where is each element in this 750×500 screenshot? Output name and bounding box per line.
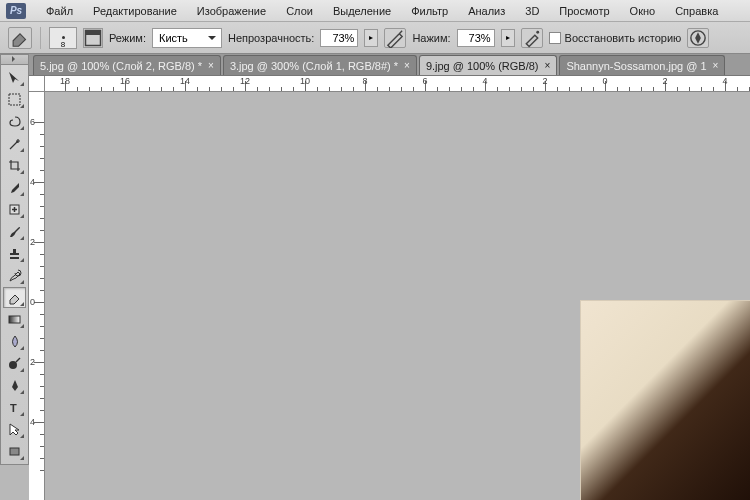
flow-input[interactable]: 73% xyxy=(457,29,495,47)
ruler-tick-label: 12 xyxy=(240,76,250,86)
svg-point-2 xyxy=(536,30,539,33)
ruler-tick-label: 8 xyxy=(362,76,367,86)
brush-panel-toggle[interactable] xyxy=(83,28,103,48)
opacity-pressure-toggle[interactable] xyxy=(384,28,406,48)
tool-marquee[interactable] xyxy=(3,89,26,110)
history-checkbox[interactable] xyxy=(549,32,561,44)
menu-select[interactable]: Выделение xyxy=(323,2,401,20)
ruler-horizontal[interactable]: 18161412108642024 xyxy=(45,76,750,92)
ruler-tick-label: 2 xyxy=(30,357,35,367)
ruler-tick-label: 6 xyxy=(30,117,35,127)
mode-select[interactable]: Кисть xyxy=(152,28,222,48)
mode-label: Режим: xyxy=(109,32,146,44)
tool-brush[interactable] xyxy=(3,221,26,242)
ruler-tick-label: 0 xyxy=(30,297,35,307)
app-logo: Ps xyxy=(6,3,26,19)
opacity-input[interactable]: 73% xyxy=(320,29,358,47)
pen-pressure-icon xyxy=(385,28,405,48)
menubar: Ps Файл Редактирование Изображение Слои … xyxy=(0,0,750,22)
menu-3d[interactable]: 3D xyxy=(515,2,549,20)
ruler-tick-label: 18 xyxy=(60,76,70,86)
close-icon[interactable]: × xyxy=(404,60,410,71)
document-tab[interactable]: Shannyn-Sossamon.jpg @ 1× xyxy=(559,55,725,75)
svg-rect-9 xyxy=(10,448,19,455)
tool-path-select[interactable] xyxy=(3,419,26,440)
airbrush-icon xyxy=(522,28,542,48)
airbrush-toggle[interactable] xyxy=(521,28,543,48)
menu-help[interactable]: Справка xyxy=(665,2,728,20)
menu-analysis[interactable]: Анализ xyxy=(458,2,515,20)
brush-size-label: 8 xyxy=(61,40,65,49)
history-checkbox-wrap[interactable]: Восстановить историю xyxy=(549,32,682,44)
menu-view[interactable]: Просмотр xyxy=(549,2,619,20)
close-icon[interactable]: × xyxy=(545,60,551,71)
ruler-tick-label: 6 xyxy=(422,76,427,86)
svg-rect-4 xyxy=(9,94,20,105)
tool-healing[interactable] xyxy=(3,199,26,220)
flow-flyout[interactable]: ▸ xyxy=(501,29,515,47)
ruler-tick-label: 2 xyxy=(30,237,35,247)
tools-panel: T xyxy=(0,64,29,465)
canvas-area: 5.jpg @ 100% (Слой 2, RGB/8) *×3.jpg @ 3… xyxy=(29,54,750,500)
document-tab[interactable]: 5.jpg @ 100% (Слой 2, RGB/8) *× xyxy=(33,55,221,75)
ruler-tick-label: 2 xyxy=(542,76,547,86)
ruler-tick-label: 16 xyxy=(120,76,130,86)
ruler-tick-label: 4 xyxy=(30,417,35,427)
ruler-vertical[interactable]: 642024 xyxy=(29,92,45,500)
tab-label: 3.jpg @ 300% (Слой 1, RGB/8#) * xyxy=(230,60,398,72)
size-pressure-toggle[interactable] xyxy=(687,28,709,48)
document-tab[interactable]: 9.jpg @ 100% (RGB/8)× xyxy=(419,55,558,75)
menu-edit[interactable]: Редактирование xyxy=(83,2,187,20)
tool-lasso[interactable] xyxy=(3,111,26,132)
ruler-tick-label: 10 xyxy=(300,76,310,86)
options-bar: 8 Режим: Кисть Непрозрачность: 73% ▸ Наж… xyxy=(0,22,750,54)
tool-eraser[interactable] xyxy=(3,287,26,308)
ruler-origin[interactable] xyxy=(29,76,45,92)
close-icon[interactable]: × xyxy=(208,60,214,71)
tool-crop[interactable] xyxy=(3,155,26,176)
opacity-flyout[interactable]: ▸ xyxy=(364,29,378,47)
tool-rectangle[interactable] xyxy=(3,441,26,462)
svg-rect-6 xyxy=(9,316,20,323)
tool-blur[interactable] xyxy=(3,331,26,352)
eraser-icon xyxy=(9,27,31,49)
document-tab[interactable]: 3.jpg @ 300% (Слой 1, RGB/8#) *× xyxy=(223,55,417,75)
brush-preset-picker[interactable]: 8 xyxy=(49,27,77,49)
canvas[interactable] xyxy=(45,92,750,500)
workspace: T 5.jpg @ 100% (Слой 2, RGB/8) *×3.jpg @… xyxy=(0,54,750,500)
menu-layers[interactable]: Слои xyxy=(276,2,323,20)
tool-preset-picker[interactable] xyxy=(8,27,32,49)
document-tabs: 5.jpg @ 100% (Слой 2, RGB/8) *×3.jpg @ 3… xyxy=(29,54,750,76)
svg-text:T: T xyxy=(10,402,17,414)
tools-collapse[interactable] xyxy=(0,54,29,64)
pen-pressure-icon xyxy=(688,28,708,48)
ruler-tick-label: 4 xyxy=(482,76,487,86)
menu-file[interactable]: Файл xyxy=(36,2,83,20)
flow-label: Нажим: xyxy=(412,32,450,44)
tool-gradient[interactable] xyxy=(3,309,26,330)
tool-move[interactable] xyxy=(3,67,26,88)
tab-label: 9.jpg @ 100% (RGB/8) xyxy=(426,60,539,72)
history-label: Восстановить историю xyxy=(565,32,682,44)
menu-window[interactable]: Окно xyxy=(620,2,666,20)
tab-label: 5.jpg @ 100% (Слой 2, RGB/8) * xyxy=(40,60,202,72)
tool-eyedropper[interactable] xyxy=(3,177,26,198)
tool-history-brush[interactable] xyxy=(3,265,26,286)
svg-rect-1 xyxy=(86,30,101,35)
ruler-tick-label: 0 xyxy=(602,76,607,86)
opacity-label: Непрозрачность: xyxy=(228,32,314,44)
ruler-tick-label: 14 xyxy=(180,76,190,86)
svg-point-7 xyxy=(9,361,17,369)
tool-dodge[interactable] xyxy=(3,353,26,374)
menu-image[interactable]: Изображение xyxy=(187,2,276,20)
tool-pen[interactable] xyxy=(3,375,26,396)
tool-stamp[interactable] xyxy=(3,243,26,264)
panel-icon xyxy=(84,29,102,47)
tool-type[interactable]: T xyxy=(3,397,26,418)
document-image xyxy=(580,300,750,500)
menu-filter[interactable]: Фильтр xyxy=(401,2,458,20)
close-icon[interactable]: × xyxy=(713,60,719,71)
mode-value: Кисть xyxy=(159,32,188,44)
ruler-tick-label: 4 xyxy=(722,76,727,86)
tool-wand[interactable] xyxy=(3,133,26,154)
